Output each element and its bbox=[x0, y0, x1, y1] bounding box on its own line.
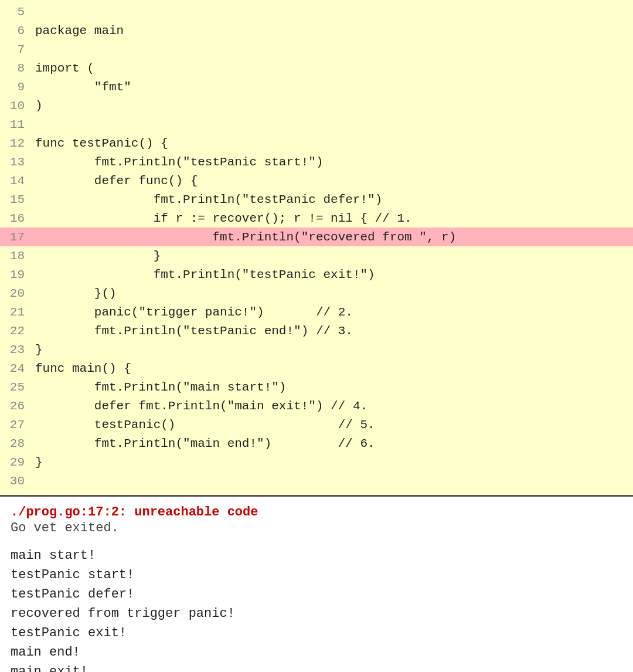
line-content: func main() { bbox=[30, 359, 633, 378]
code-line: 24func main() { bbox=[0, 359, 633, 378]
output-line: testPanic exit! bbox=[11, 623, 622, 643]
vet-exit-line: Go vet exited. bbox=[11, 521, 622, 535]
code-line: 11 bbox=[0, 115, 633, 134]
line-content: fmt.Println("testPanic end!") // 3. bbox=[30, 321, 633, 340]
line-content bbox=[30, 471, 633, 490]
line-content bbox=[30, 40, 633, 59]
line-number: 29 bbox=[0, 453, 30, 471]
line-number: 11 bbox=[0, 115, 30, 134]
line-content: if r := recover(); r != nil { // 1. bbox=[30, 209, 633, 228]
line-number: 19 bbox=[0, 265, 30, 284]
line-content: fmt.Println("testPanic start!") bbox=[30, 152, 633, 171]
line-number: 5 bbox=[0, 2, 30, 21]
code-line: 29} bbox=[0, 453, 633, 471]
line-number: 6 bbox=[0, 21, 30, 40]
error-message: ./prog.go:17:2: unreachable code bbox=[11, 505, 622, 520]
code-line: 7 bbox=[0, 40, 633, 59]
line-number: 8 bbox=[0, 59, 30, 77]
code-line: 9 "fmt" bbox=[0, 77, 633, 96]
line-content: } bbox=[30, 340, 633, 359]
code-line: 27 testPanic() // 5. bbox=[0, 415, 633, 434]
line-content: package main bbox=[30, 21, 633, 40]
code-line: 28 fmt.Println("main end!") // 6. bbox=[0, 434, 633, 453]
code-section: 56package main78import (9 "fmt"10)1112fu… bbox=[0, 0, 633, 495]
code-line: 17 fmt.Println("recovered from ", r) bbox=[0, 228, 633, 246]
line-number: 30 bbox=[0, 471, 30, 490]
code-line: 14 defer func() { bbox=[0, 171, 633, 190]
code-line: 18 } bbox=[0, 246, 633, 265]
line-number: 21 bbox=[0, 303, 30, 321]
line-number: 24 bbox=[0, 359, 30, 378]
output-line: main end! bbox=[11, 643, 622, 662]
line-content: fmt.Println("recovered from ", r) bbox=[30, 228, 633, 246]
line-number: 12 bbox=[0, 134, 30, 152]
line-number: 13 bbox=[0, 152, 30, 171]
line-number: 23 bbox=[0, 340, 30, 359]
code-line: 10) bbox=[0, 96, 633, 115]
line-content: defer fmt.Println("main exit!") // 4. bbox=[30, 396, 633, 415]
code-line: 20 }() bbox=[0, 284, 633, 303]
output-line: recovered from trigger panic! bbox=[11, 604, 622, 623]
code-line: 5 bbox=[0, 2, 633, 21]
line-content: fmt.Println("testPanic defer!") bbox=[30, 190, 633, 209]
line-number: 22 bbox=[0, 321, 30, 340]
line-content: import ( bbox=[30, 59, 633, 77]
line-number: 17 bbox=[0, 228, 30, 246]
program-output: main start!testPanic start!testPanic def… bbox=[11, 546, 622, 672]
code-line: 26 defer fmt.Println("main exit!") // 4. bbox=[0, 396, 633, 415]
code-line: 13 fmt.Println("testPanic start!") bbox=[0, 152, 633, 171]
line-content: defer func() { bbox=[30, 171, 633, 190]
line-number: 20 bbox=[0, 284, 30, 303]
line-number: 10 bbox=[0, 96, 30, 115]
output-line: testPanic start! bbox=[11, 565, 622, 585]
line-content bbox=[30, 115, 633, 134]
line-number: 15 bbox=[0, 190, 30, 209]
code-line: 21 panic("trigger panic!") // 2. bbox=[0, 303, 633, 321]
code-line: 6package main bbox=[0, 21, 633, 40]
line-content: ) bbox=[30, 96, 633, 115]
line-content: fmt.Println("testPanic exit!") bbox=[30, 265, 633, 284]
line-content: } bbox=[30, 453, 633, 471]
output-line: main start! bbox=[11, 546, 622, 565]
line-number: 18 bbox=[0, 246, 30, 265]
line-number: 16 bbox=[0, 209, 30, 228]
line-number: 28 bbox=[0, 434, 30, 453]
code-line: 22 fmt.Println("testPanic end!") // 3. bbox=[0, 321, 633, 340]
line-content: "fmt" bbox=[30, 77, 633, 96]
line-content: func testPanic() { bbox=[30, 134, 633, 152]
line-number: 7 bbox=[0, 40, 30, 59]
code-line: 30 bbox=[0, 471, 633, 490]
line-content: fmt.Println("main end!") // 6. bbox=[30, 434, 633, 453]
code-line: 25 fmt.Println("main start!") bbox=[0, 378, 633, 396]
code-table: 56package main78import (9 "fmt"10)1112fu… bbox=[0, 2, 633, 490]
output-line: main exit! bbox=[11, 662, 622, 672]
line-number: 25 bbox=[0, 378, 30, 396]
line-number: 14 bbox=[0, 171, 30, 190]
code-line: 15 fmt.Println("testPanic defer!") bbox=[0, 190, 633, 209]
line-number: 26 bbox=[0, 396, 30, 415]
code-line: 12func testPanic() { bbox=[0, 134, 633, 152]
line-content: }() bbox=[30, 284, 633, 303]
line-content: panic("trigger panic!") // 2. bbox=[30, 303, 633, 321]
output-section: ./prog.go:17:2: unreachable code Go vet … bbox=[0, 497, 633, 672]
line-content: } bbox=[30, 246, 633, 265]
line-content: fmt.Println("main start!") bbox=[30, 378, 633, 396]
code-line: 19 fmt.Println("testPanic exit!") bbox=[0, 265, 633, 284]
output-line: testPanic defer! bbox=[11, 585, 622, 604]
code-line: 23} bbox=[0, 340, 633, 359]
code-line: 16 if r := recover(); r != nil { // 1. bbox=[0, 209, 633, 228]
line-content: testPanic() // 5. bbox=[30, 415, 633, 434]
line-content bbox=[30, 2, 633, 21]
code-line: 8import ( bbox=[0, 59, 633, 77]
line-number: 27 bbox=[0, 415, 30, 434]
line-number: 9 bbox=[0, 77, 30, 96]
